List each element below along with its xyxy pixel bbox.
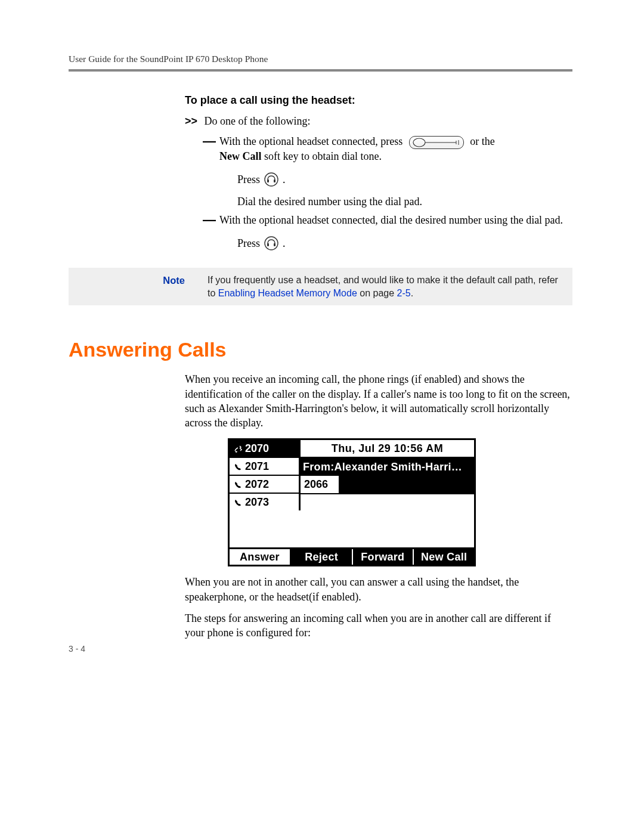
note-mid: on page — [357, 288, 397, 298]
note-page-ref[interactable]: 2-5 — [397, 288, 411, 298]
option1-line2-post: soft key to obtain dial tone. — [262, 150, 382, 162]
handset-icon — [233, 478, 243, 491]
line-key-2072: 2072 — [230, 476, 299, 494]
answering-para3: The steps for answering an incoming call… — [185, 611, 572, 640]
period-1: . — [283, 172, 286, 187]
answering-calls-heading: Answering Calls — [69, 338, 572, 361]
option1-pre: With the optional headset connected, pre… — [219, 135, 402, 147]
running-header: User Guide for the SoundPoint IP 670 Des… — [69, 54, 572, 72]
svg-rect-8 — [267, 243, 269, 246]
option2-text: With the optional headset connected, dia… — [219, 214, 563, 226]
option1-post: or the — [470, 135, 494, 147]
softkey-forward: Forward — [353, 549, 414, 565]
phone-caller-number: 2066 — [301, 476, 340, 493]
note-block: Note If you frequently use a headset, an… — [69, 268, 572, 305]
press-label-2: Press — [237, 236, 260, 250]
press-label-1: Press — [237, 172, 260, 187]
note-xref-link[interactable]: Enabling Headset Memory Mode — [218, 288, 357, 298]
line-2072-label: 2072 — [245, 478, 269, 491]
dash-bullet: — — [203, 213, 211, 227]
phone-caller-number-bg — [340, 476, 474, 493]
period-2: . — [283, 236, 286, 250]
softkey-answer: Answer — [230, 549, 292, 565]
svg-rect-6 — [274, 179, 275, 182]
svg-rect-9 — [274, 243, 275, 246]
phone-blank-area — [230, 510, 474, 547]
line-key-2070: 2070 — [230, 440, 299, 458]
dial-instruction: Dial the desired number using the dial p… — [237, 194, 572, 209]
speakerphone-key-icon — [409, 136, 464, 149]
step-intro: >> Do one of the following: — [185, 114, 572, 128]
softkey-newcall: New Call — [414, 549, 474, 565]
phone-caller-name: From:Alexander Smith-Harri… — [301, 459, 474, 476]
press-headset-1: Press . — [237, 172, 286, 187]
page-number: 3 - 4 — [69, 644, 85, 654]
answering-para2: When you are not in another call, you ca… — [185, 575, 572, 604]
option-1: — With the optional headset connected, p… — [203, 134, 572, 163]
answering-para1: When you receive an incoming call, the p… — [185, 372, 572, 430]
headset-procedure-heading: To place a call using the headset: — [185, 94, 572, 107]
svg-rect-5 — [267, 179, 269, 182]
option-2: — With the optional headset connected, d… — [203, 213, 572, 227]
step-intro-text: Do one of the following: — [205, 115, 311, 127]
line-2071-label: 2071 — [245, 460, 269, 473]
note-post: . — [411, 288, 413, 298]
handset-icon — [233, 496, 243, 509]
headset-key-icon — [264, 172, 279, 187]
line-key-2073: 2073 — [230, 494, 299, 510]
softkey-reject: Reject — [292, 549, 353, 565]
svg-point-0 — [413, 138, 425, 147]
step-marker: >> — [185, 114, 202, 128]
phone-datetime: Thu, Jul 29 10:56 AM — [301, 440, 474, 459]
line-key-2071: 2071 — [230, 458, 299, 476]
svg-point-4 — [265, 173, 278, 186]
headset-key-icon — [264, 236, 279, 251]
newcall-keyword: New Call — [219, 150, 262, 162]
line-2073-label: 2073 — [245, 496, 269, 509]
dash-bullet: — — [203, 134, 211, 163]
ringing-icon — [233, 442, 243, 455]
phone-display-illustration: 2070 2071 2072 — [228, 438, 476, 566]
note-label: Note — [140, 274, 185, 299]
press-headset-2: Press . — [237, 236, 286, 251]
handset-icon — [233, 460, 243, 473]
line-2070-label: 2070 — [245, 442, 269, 455]
svg-point-7 — [265, 237, 278, 250]
